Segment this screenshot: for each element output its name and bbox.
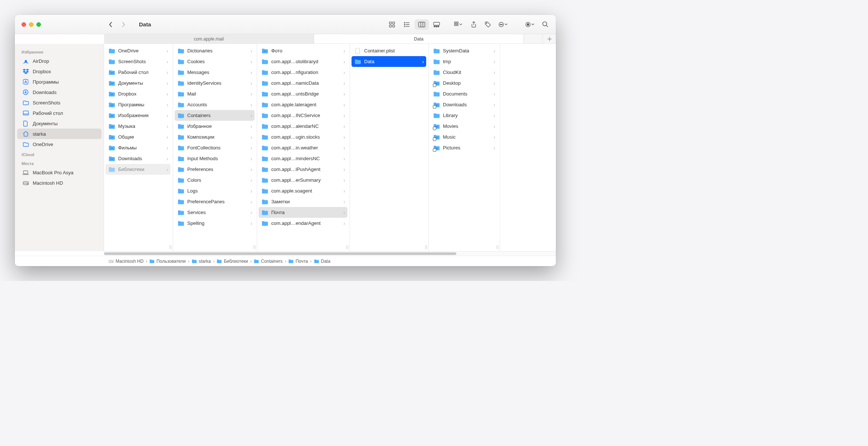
column-resize-handle[interactable]: || xyxy=(169,245,172,249)
sidebar-item[interactable]: starka xyxy=(17,129,101,139)
file-row[interactable]: IdentityServices› xyxy=(175,78,255,88)
file-row[interactable]: FontCollections› xyxy=(175,142,255,153)
sidebar-item[interactable]: Downloads xyxy=(17,87,101,97)
view-columns-button[interactable] xyxy=(415,19,429,30)
share-button[interactable] xyxy=(467,19,481,30)
minimize-button[interactable] xyxy=(29,22,33,27)
zoom-button[interactable] xyxy=(36,22,41,27)
file-row[interactable]: Containers› xyxy=(175,110,255,121)
file-row[interactable]: Mail› xyxy=(175,88,255,99)
file-row[interactable]: Общие› xyxy=(106,132,171,142)
file-row[interactable]: com.appl…nfiguration› xyxy=(259,67,347,78)
column-resize-handle[interactable]: || xyxy=(425,245,428,249)
action-menu-button[interactable] xyxy=(495,19,511,30)
column-resize-handle[interactable]: || xyxy=(346,245,349,249)
file-row[interactable]: com.appl…ugin.stocks› xyxy=(259,132,347,142)
file-row[interactable]: com.apple.lateragent› xyxy=(259,99,347,110)
tab[interactable]: com.apple.mail xyxy=(104,34,314,43)
pathbar-item[interactable]: starka xyxy=(192,259,211,264)
horizontal-scrollbar[interactable] xyxy=(104,251,556,256)
file-row[interactable]: com.appl…namicData› xyxy=(259,78,347,88)
file-row[interactable]: Изображения› xyxy=(106,110,171,121)
close-button[interactable] xyxy=(22,22,26,27)
file-row[interactable]: Spelling› xyxy=(175,218,255,229)
pathbar-item[interactable]: Data xyxy=(314,259,330,264)
file-row[interactable]: Библиотеки› xyxy=(106,164,171,175)
file-row[interactable]: com.appl…untsBridge› xyxy=(259,88,347,99)
preview-options-button[interactable] xyxy=(522,19,538,30)
pathbar-item[interactable]: Почта xyxy=(288,259,308,264)
group-by-button[interactable] xyxy=(450,19,467,30)
file-row[interactable]: com.appl…alendarNC› xyxy=(259,121,347,132)
file-row[interactable]: Services› xyxy=(175,207,255,218)
file-row[interactable]: Preferences› xyxy=(175,164,255,175)
pathbar-item[interactable]: Containers xyxy=(254,259,282,264)
file-row[interactable]: Dictionaries› xyxy=(175,45,255,56)
file-row[interactable]: Заметки› xyxy=(259,196,347,207)
search-button[interactable] xyxy=(538,19,552,30)
file-row[interactable]: SystemData› xyxy=(430,45,498,56)
file-row[interactable]: com.appl…INCService› xyxy=(259,110,347,121)
file-row[interactable]: Colors› xyxy=(175,175,255,185)
file-row[interactable]: com.appl…mindersNC› xyxy=(259,153,347,164)
file-row[interactable]: Container.plist xyxy=(352,45,426,56)
file-row[interactable]: com.appl…in.weather› xyxy=(259,142,347,153)
file-row[interactable]: Accounts› xyxy=(175,99,255,110)
file-row[interactable]: Movies› xyxy=(430,121,498,132)
sidebar-item[interactable]: AirDrop xyxy=(17,56,101,66)
file-row[interactable]: Почта› xyxy=(259,207,347,218)
file-row[interactable]: com.appl…otolibraryd› xyxy=(259,56,347,67)
pathbar-item[interactable]: Macintosh HD xyxy=(108,259,143,264)
file-row[interactable]: tmp› xyxy=(430,56,498,67)
file-row[interactable]: PreferencePanes› xyxy=(175,196,255,207)
view-gallery-button[interactable] xyxy=(430,19,444,30)
file-row[interactable]: Downloads› xyxy=(430,99,498,110)
file-row[interactable]: Программы› xyxy=(106,99,171,110)
view-list-button[interactable] xyxy=(400,19,414,30)
file-row[interactable]: Cookies› xyxy=(175,56,255,67)
column-resize-handle[interactable]: || xyxy=(496,245,499,249)
file-row[interactable]: com.appl…lPushAgent› xyxy=(259,164,347,175)
file-row[interactable]: Фильмы› xyxy=(106,142,171,153)
file-row[interactable]: Music› xyxy=(430,132,498,142)
tab[interactable]: Data xyxy=(314,34,524,43)
sidebar-item[interactable]: Документы xyxy=(17,118,101,129)
sidebar-item[interactable]: Macintosh HD xyxy=(17,178,101,188)
file-row[interactable]: com.appl…erSummary› xyxy=(259,175,347,185)
sidebar-item[interactable]: Программы xyxy=(17,77,101,87)
file-row[interactable]: com.apple.soagent› xyxy=(259,185,347,196)
new-tab-button[interactable] xyxy=(542,34,556,43)
pathbar-item[interactable]: Пользователи xyxy=(149,259,185,264)
file-row[interactable]: Downloads› xyxy=(106,153,171,164)
sidebar-item[interactable]: ScreenShots xyxy=(17,97,101,108)
file-row[interactable]: Library› xyxy=(430,110,498,121)
sidebar-item[interactable]: OneDrive xyxy=(17,139,101,149)
file-row[interactable]: OneDrive› xyxy=(106,45,171,56)
forward-button[interactable] xyxy=(121,21,129,28)
file-row[interactable]: Композиции› xyxy=(175,132,255,142)
file-row[interactable]: Messages› xyxy=(175,67,255,78)
file-row[interactable]: com.appl…endarAgent› xyxy=(259,218,347,229)
file-row[interactable]: CloudKit› xyxy=(430,67,498,78)
pathbar-item[interactable]: Библиотеки xyxy=(217,259,248,264)
sidebar-item[interactable]: Рабочий стол xyxy=(17,108,101,118)
file-row[interactable]: Input Methods› xyxy=(175,153,255,164)
file-row[interactable]: Dropbox› xyxy=(106,88,171,99)
file-row[interactable]: Documents› xyxy=(430,88,498,99)
column-resize-handle[interactable]: || xyxy=(253,245,256,249)
file-row[interactable]: ScreenShots› xyxy=(106,56,171,67)
file-row[interactable]: Музыка› xyxy=(106,121,171,132)
file-row[interactable]: Избранное› xyxy=(175,121,255,132)
file-row[interactable]: Фото› xyxy=(259,45,347,56)
tags-button[interactable] xyxy=(481,19,495,30)
file-row[interactable]: Рабочий стол› xyxy=(106,67,171,78)
view-icons-button[interactable] xyxy=(385,19,399,30)
sidebar-item[interactable]: Dropbox xyxy=(17,66,101,77)
file-row[interactable]: Logs› xyxy=(175,185,255,196)
file-row[interactable]: Pictures› xyxy=(430,142,498,153)
file-row[interactable]: Data› xyxy=(352,56,426,67)
file-row[interactable]: Desktop› xyxy=(430,78,498,88)
sidebar-item[interactable]: MacBook Pro Asya xyxy=(17,167,101,178)
back-button[interactable] xyxy=(108,21,117,28)
file-row[interactable]: Документы› xyxy=(106,78,171,88)
